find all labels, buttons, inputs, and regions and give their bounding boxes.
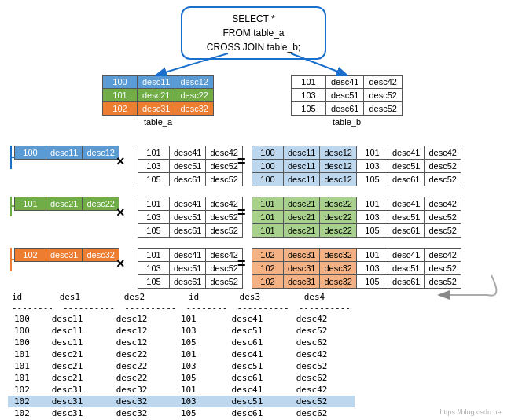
cross-symbol-3: × [116, 256, 125, 272]
table-b-label: table_b [291, 117, 403, 127]
cj-left-3: 102 desc31 desc32 [14, 248, 119, 262]
table-a: 100 desc11 desc12 101 desc21 desc22 102 … [102, 75, 214, 127]
cj-result-3: 102desc31desc32 101desc41desc42 102desc3… [252, 248, 461, 289]
watermark: https://blog.csdn.net [439, 408, 503, 416]
eq-symbol-1: = [237, 153, 246, 170]
result-table: id des1 des2 id des3 des4 -------- -----… [8, 291, 355, 419]
table-a-label: table_a [102, 117, 214, 127]
cj-right-2: 101desc41desc42 103desc51desc52 105desc6… [138, 197, 243, 238]
cj-result-2: 101desc21desc22 101desc41desc42 101desc2… [252, 197, 461, 238]
cj-right-1: 101desc41desc42 103desc51desc52 105desc6… [138, 146, 243, 186]
table-b: 101desc41desc42 103desc51desc52 105desc6… [291, 75, 403, 127]
sql-line1: SELECT * [232, 13, 274, 24]
cj-result-1: 100desc11desc12 101desc41desc42 100desc1… [252, 146, 461, 186]
cj-left-1: 100 desc11 desc12 [14, 146, 119, 160]
eq-symbol-3: = [237, 256, 246, 272]
cross-symbol-2: × [116, 204, 125, 221]
sql-line2: FROM table_a [222, 28, 284, 39]
cross-symbol-1: × [116, 153, 125, 170]
sql-box: SELECT * FROM table_a CROSS JOIN table_b… [181, 6, 326, 60]
cj-left-2: 101 desc21 desc22 [14, 197, 119, 211]
sql-line3: CROSS JOIN table_b; [207, 42, 300, 53]
cj-right-3: 101desc41desc42 103desc51desc52 105desc6… [138, 248, 243, 289]
eq-symbol-2: = [237, 204, 246, 221]
